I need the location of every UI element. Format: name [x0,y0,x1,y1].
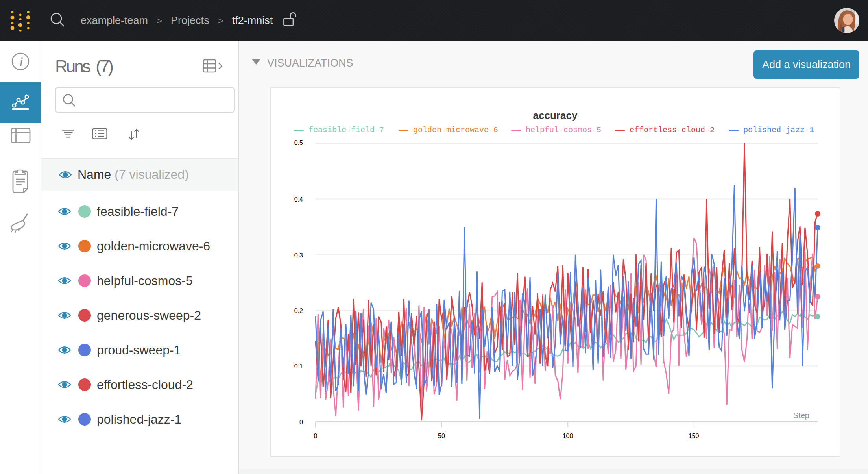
svg-text:i: i [19,54,23,69]
